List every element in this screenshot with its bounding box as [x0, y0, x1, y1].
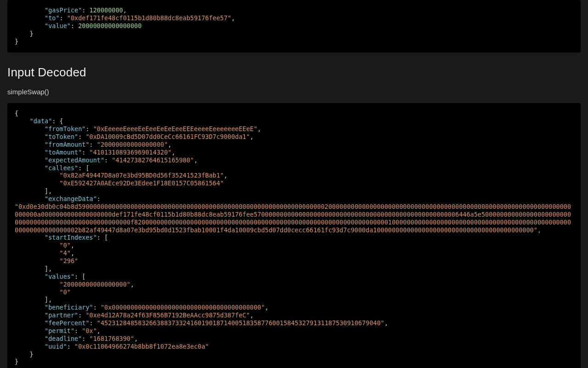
decoded-values-1: "0" [60, 288, 71, 296]
decoded-fromamount-key: "fromAmount" [45, 141, 90, 148]
decoded-toamount-key: "toAmount" [45, 149, 82, 156]
decoded-startindexes-key: "startIndexes" [45, 234, 97, 241]
decoded-feepercent-key: "feePercent" [45, 319, 90, 327]
tx-gasprice-key: "gasPrice" [45, 6, 82, 14]
decoded-callee-1: "0xE592427A0AEce92De3Edee1F18E0157C05861… [60, 179, 224, 187]
input-decoded-heading: Input Decoded [7, 65, 581, 80]
tx-overview-code-block: "gasPrice": 120000000, "to": "0xdef171fe… [7, 0, 581, 52]
tx-gasprice-value: 120000000 [90, 6, 123, 14]
decoded-startindex-0: "0" [60, 242, 71, 249]
tx-value-value: 20000000000000000 [78, 22, 141, 29]
input-decoded-code-block: { "data": { "fromToken": "0xEeeeeEeeeEeE… [7, 103, 581, 368]
decoded-expectedamount-key: "expectedAmount" [45, 156, 104, 164]
decoded-deadline-key: "deadline" [45, 335, 82, 342]
decoded-permit-key: "permit" [45, 327, 74, 334]
decoded-beneficiary-value: "0x0000000000000000000000000000000000000… [101, 304, 265, 311]
tx-value-key: "value" [45, 22, 71, 29]
decoded-uuid-value: "0x0c11064966274b8bb8f1072ea8e3ec0a" [74, 343, 209, 350]
decoded-totoken-value: "0xDA10009cBd5D07dd0CeCc66161FC93D7c9000… [85, 133, 250, 140]
tx-to-key: "to" [45, 14, 60, 22]
decoded-startindex-2: "296" [60, 257, 79, 264]
decoded-values-key: "values" [45, 273, 74, 280]
decoded-fromtoken-key: "fromToken" [45, 125, 85, 132]
decoded-expectedamount-value: "41427382764615165980" [112, 156, 194, 164]
decoded-exchangedata-key: "exchangeData" [45, 195, 97, 202]
decoded-partner-key: "partner" [45, 311, 78, 319]
decoded-beneficiary-key: "beneficiary" [45, 304, 93, 311]
tx-to-value: "0xdef171fe48cf0115b1d80b88dc8eab59176fe… [67, 14, 232, 22]
decoded-callees-key: "callees" [45, 164, 78, 172]
decoded-feepercent-value: "452312848583266388373324160190187140051… [97, 319, 384, 327]
decoded-deadline-value: "1681768390" [90, 335, 135, 342]
decoded-uuid-key: "uuid" [45, 343, 67, 350]
decoded-exchangedata-value: "0xd0e30db0c04b8d59000000000000000000000… [15, 203, 571, 234]
decoded-totoken-key: "toToken" [45, 133, 78, 140]
decoded-startindex-1: "4" [60, 249, 71, 257]
decoded-fromamount-value: "20000000000000000" [97, 141, 168, 148]
decoded-fromtoken-value: "0xEeeeeEeeeEeEeeEeEeEeeEEEeeeeEeeeeeeeE… [93, 125, 258, 132]
decoded-callee-0: "0x82aF49447D8a07e3bd95BD0d56f35241523fB… [60, 172, 224, 179]
decoded-data-key: "data" [30, 117, 52, 125]
decoded-values-0: "20000000000000000" [60, 281, 130, 288]
decoded-function-name: simpleSwap() [7, 88, 581, 96]
decoded-permit-value: "0x" [82, 327, 97, 334]
decoded-toamount-value: "41013108936969014320" [90, 149, 172, 156]
decoded-partner-value: "0xe4d12A78a24f63F856B7192BeAAcc9875d387… [85, 311, 250, 319]
